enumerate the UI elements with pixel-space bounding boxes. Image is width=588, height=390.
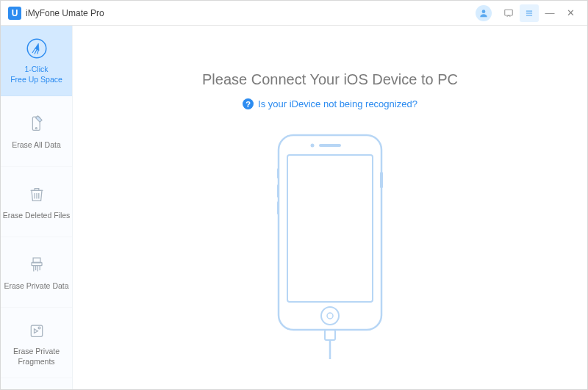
sidebar-item-label: Erase All Data	[12, 140, 61, 151]
svg-point-23	[327, 313, 333, 319]
svg-rect-25	[277, 168, 279, 178]
body: 1-Click Free Up Space Erase All Data Era…	[1, 26, 587, 389]
sidebar: 1-Click Free Up Space Erase All Data Era…	[1, 26, 73, 389]
sidebar-item-erase-fragments[interactable]: Erase Private Fragments	[1, 308, 72, 378]
app-logo-icon: U	[8, 7, 21, 20]
svg-rect-18	[279, 135, 381, 330]
svg-point-22	[321, 307, 339, 325]
sidebar-item-erase-private[interactable]: Erase Private Data	[1, 237, 72, 308]
app-fragments-icon	[25, 319, 49, 342]
broom-icon	[25, 37, 49, 60]
question-icon: ?	[243, 98, 254, 109]
shredder-icon	[25, 253, 49, 277]
sidebar-item-erase-deleted[interactable]: Erase Deleted Files	[1, 167, 72, 237]
svg-point-7	[35, 127, 37, 129]
svg-rect-11	[32, 262, 42, 265]
svg-rect-28	[325, 330, 335, 340]
app-title: iMyFone Umate Pro	[26, 8, 104, 18]
app-window: U iMyFone Umate Pro — ✕ 1-Click Free Up …	[0, 0, 588, 390]
sidebar-item-label: 1-Click	[24, 65, 48, 75]
titlebar: U iMyFone Umate Pro — ✕	[1, 1, 587, 26]
sidebar-item-erase-all[interactable]: Erase All Data	[1, 96, 72, 167]
svg-rect-16	[31, 325, 42, 336]
sidebar-item-label: Erase Private	[13, 347, 60, 357]
help-link[interactable]: ? Is your iDevice not being recognized?	[243, 98, 417, 109]
svg-rect-27	[277, 201, 279, 214]
trash-icon	[25, 183, 49, 206]
svg-point-17	[38, 327, 40, 329]
phone-erase-icon	[25, 112, 49, 136]
sidebar-item-label: Erase Private Data	[4, 281, 68, 292]
sidebar-item-label: Free Up Space	[10, 75, 62, 85]
sidebar-item-free-up-space[interactable]: 1-Click Free Up Space	[1, 26, 72, 96]
svg-rect-24	[380, 172, 383, 188]
phone-illustration	[257, 131, 404, 389]
svg-rect-26	[277, 184, 279, 198]
minimize-button[interactable]: —	[540, 4, 559, 22]
user-account-icon[interactable]	[476, 5, 492, 21]
feedback-icon[interactable]	[499, 4, 518, 22]
main-content: Please Connect Your iOS Device to PC ? I…	[73, 26, 587, 389]
sidebar-item-label: Fragments	[18, 357, 54, 367]
svg-rect-1	[505, 10, 513, 15]
close-button[interactable]: ✕	[561, 4, 580, 22]
menu-icon[interactable]	[520, 4, 539, 22]
svg-rect-20	[319, 144, 341, 147]
help-link-text: Is your iDevice not being recognized?	[258, 98, 417, 109]
svg-rect-19	[287, 155, 373, 302]
svg-point-21	[311, 144, 315, 148]
connect-prompt-title: Please Connect Your iOS Device to PC	[202, 71, 458, 88]
svg-point-0	[482, 10, 486, 13]
sidebar-item-label: Erase Deleted Files	[3, 211, 71, 221]
